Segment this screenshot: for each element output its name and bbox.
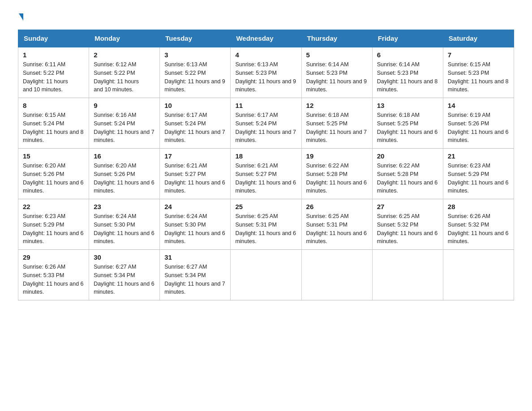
- day-number: 27: [377, 203, 438, 210]
- day-number: 16: [94, 152, 155, 160]
- day-number: 10: [164, 102, 226, 109]
- day-info: Sunrise: 6:21 AMSunset: 5:27 PMDaylight:…: [235, 162, 296, 195]
- calendar-cell: [443, 250, 514, 300]
- day-info: Sunrise: 6:15 AMSunset: 5:24 PMDaylight:…: [23, 111, 84, 145]
- day-info: Sunrise: 6:21 AMSunset: 5:27 PMDaylight:…: [164, 162, 226, 195]
- calendar-week-row: 29 Sunrise: 6:26 AMSunset: 5:33 PMDaylig…: [18, 250, 514, 300]
- day-info: Sunrise: 6:26 AMSunset: 5:32 PMDaylight:…: [448, 212, 509, 246]
- calendar-cell: 13 Sunrise: 6:18 AMSunset: 5:25 PMDaylig…: [372, 98, 443, 149]
- calendar-cell: 3 Sunrise: 6:13 AMSunset: 5:22 PMDayligh…: [160, 47, 231, 98]
- day-info: Sunrise: 6:25 AMSunset: 5:31 PMDaylight:…: [235, 212, 296, 246]
- calendar-week-row: 22 Sunrise: 6:23 AMSunset: 5:29 PMDaylig…: [18, 199, 514, 250]
- day-info: Sunrise: 6:26 AMSunset: 5:33 PMDaylight:…: [23, 263, 84, 296]
- weekday-header-sunday: Sunday: [18, 30, 89, 47]
- day-info: Sunrise: 6:14 AMSunset: 5:23 PMDaylight:…: [377, 60, 438, 94]
- calendar-cell: 25 Sunrise: 6:25 AMSunset: 5:31 PMDaylig…: [231, 199, 301, 250]
- day-info: Sunrise: 6:22 AMSunset: 5:28 PMDaylight:…: [377, 162, 438, 195]
- day-info: Sunrise: 6:15 AMSunset: 5:23 PMDaylight:…: [448, 60, 509, 94]
- day-number: 7: [448, 51, 509, 59]
- calendar-cell: 28 Sunrise: 6:26 AMSunset: 5:32 PMDaylig…: [443, 199, 514, 250]
- weekday-header-monday: Monday: [89, 30, 160, 47]
- calendar-cell: 27 Sunrise: 6:25 AMSunset: 5:32 PMDaylig…: [372, 199, 443, 250]
- day-number: 24: [164, 203, 226, 210]
- calendar-cell: 8 Sunrise: 6:15 AMSunset: 5:24 PMDayligh…: [18, 98, 89, 149]
- day-info: Sunrise: 6:23 AMSunset: 5:29 PMDaylight:…: [448, 162, 509, 195]
- day-number: 13: [377, 102, 438, 109]
- day-info: Sunrise: 6:20 AMSunset: 5:26 PMDaylight:…: [23, 162, 84, 195]
- day-info: Sunrise: 6:23 AMSunset: 5:29 PMDaylight:…: [23, 212, 84, 246]
- day-info: Sunrise: 6:24 AMSunset: 5:30 PMDaylight:…: [94, 212, 155, 246]
- day-info: Sunrise: 6:17 AMSunset: 5:24 PMDaylight:…: [235, 111, 296, 145]
- calendar-cell: 18 Sunrise: 6:21 AMSunset: 5:27 PMDaylig…: [231, 149, 301, 199]
- calendar-cell: 14 Sunrise: 6:19 AMSunset: 5:26 PMDaylig…: [443, 98, 514, 149]
- day-info: Sunrise: 6:27 AMSunset: 5:34 PMDaylight:…: [94, 263, 155, 296]
- calendar-cell: 9 Sunrise: 6:16 AMSunset: 5:24 PMDayligh…: [89, 98, 160, 149]
- calendar-cell: 21 Sunrise: 6:23 AMSunset: 5:29 PMDaylig…: [443, 149, 514, 199]
- calendar-cell: 15 Sunrise: 6:20 AMSunset: 5:26 PMDaylig…: [18, 149, 89, 199]
- day-number: 15: [23, 152, 84, 160]
- day-info: Sunrise: 6:27 AMSunset: 5:34 PMDaylight:…: [164, 263, 226, 296]
- day-info: Sunrise: 6:20 AMSunset: 5:26 PMDaylight:…: [94, 162, 155, 195]
- day-number: 8: [23, 102, 84, 109]
- day-number: 25: [235, 203, 296, 210]
- day-info: Sunrise: 6:13 AMSunset: 5:22 PMDaylight:…: [164, 60, 226, 94]
- logo: [18, 13, 23, 21]
- calendar-cell: 23 Sunrise: 6:24 AMSunset: 5:30 PMDaylig…: [89, 199, 160, 250]
- calendar-cell: 29 Sunrise: 6:26 AMSunset: 5:33 PMDaylig…: [18, 250, 89, 300]
- day-info: Sunrise: 6:25 AMSunset: 5:31 PMDaylight:…: [306, 212, 368, 246]
- calendar-cell: 4 Sunrise: 6:13 AMSunset: 5:23 PMDayligh…: [231, 47, 301, 98]
- logo-triangle-icon: [19, 13, 23, 21]
- calendar-cell: [301, 250, 372, 300]
- day-info: Sunrise: 6:14 AMSunset: 5:23 PMDaylight:…: [306, 60, 368, 94]
- header: [18, 13, 514, 21]
- calendar-cell: 10 Sunrise: 6:17 AMSunset: 5:24 PMDaylig…: [160, 98, 231, 149]
- day-info: Sunrise: 6:12 AMSunset: 5:22 PMDaylight:…: [94, 60, 155, 94]
- day-number: 23: [94, 203, 155, 210]
- day-number: 14: [448, 102, 509, 109]
- day-number: 12: [306, 102, 368, 109]
- calendar-cell: 31 Sunrise: 6:27 AMSunset: 5:34 PMDaylig…: [160, 250, 231, 300]
- day-number: 22: [23, 203, 84, 210]
- calendar-cell: [372, 250, 443, 300]
- day-number: 4: [235, 51, 296, 59]
- weekday-header-saturday: Saturday: [443, 30, 514, 47]
- calendar-week-row: 1 Sunrise: 6:11 AMSunset: 5:22 PMDayligh…: [18, 47, 514, 98]
- day-info: Sunrise: 6:25 AMSunset: 5:32 PMDaylight:…: [377, 212, 438, 246]
- day-number: 21: [448, 152, 509, 160]
- calendar-cell: 6 Sunrise: 6:14 AMSunset: 5:23 PMDayligh…: [372, 47, 443, 98]
- calendar-cell: 11 Sunrise: 6:17 AMSunset: 5:24 PMDaylig…: [231, 98, 301, 149]
- day-number: 26: [306, 203, 368, 210]
- calendar-cell: 1 Sunrise: 6:11 AMSunset: 5:22 PMDayligh…: [18, 47, 89, 98]
- day-info: Sunrise: 6:22 AMSunset: 5:28 PMDaylight:…: [306, 162, 368, 195]
- day-info: Sunrise: 6:19 AMSunset: 5:26 PMDaylight:…: [448, 111, 509, 145]
- day-number: 9: [94, 102, 155, 109]
- calendar-cell: 20 Sunrise: 6:22 AMSunset: 5:28 PMDaylig…: [372, 149, 443, 199]
- calendar-cell: 16 Sunrise: 6:20 AMSunset: 5:26 PMDaylig…: [89, 149, 160, 199]
- calendar-cell: 7 Sunrise: 6:15 AMSunset: 5:23 PMDayligh…: [443, 47, 514, 98]
- calendar-header-row: SundayMondayTuesdayWednesdayThursdayFrid…: [18, 30, 514, 47]
- weekday-header-wednesday: Wednesday: [231, 30, 301, 47]
- day-number: 19: [306, 152, 368, 160]
- calendar-table: SundayMondayTuesdayWednesdayThursdayFrid…: [18, 30, 514, 300]
- calendar-week-row: 8 Sunrise: 6:15 AMSunset: 5:24 PMDayligh…: [18, 98, 514, 149]
- day-info: Sunrise: 6:24 AMSunset: 5:30 PMDaylight:…: [164, 212, 226, 246]
- day-number: 2: [94, 51, 155, 59]
- calendar-cell: 22 Sunrise: 6:23 AMSunset: 5:29 PMDaylig…: [18, 199, 89, 250]
- day-info: Sunrise: 6:18 AMSunset: 5:25 PMDaylight:…: [377, 111, 438, 145]
- day-info: Sunrise: 6:16 AMSunset: 5:24 PMDaylight:…: [94, 111, 155, 145]
- day-number: 3: [164, 51, 226, 59]
- day-number: 30: [94, 253, 155, 261]
- day-number: 11: [235, 102, 296, 109]
- day-info: Sunrise: 6:17 AMSunset: 5:24 PMDaylight:…: [164, 111, 226, 145]
- calendar-cell: 17 Sunrise: 6:21 AMSunset: 5:27 PMDaylig…: [160, 149, 231, 199]
- day-info: Sunrise: 6:18 AMSunset: 5:25 PMDaylight:…: [306, 111, 368, 145]
- calendar-cell: 26 Sunrise: 6:25 AMSunset: 5:31 PMDaylig…: [301, 199, 372, 250]
- day-number: 20: [377, 152, 438, 160]
- day-number: 31: [164, 253, 226, 261]
- day-number: 6: [377, 51, 438, 59]
- day-number: 1: [23, 51, 84, 59]
- calendar-cell: 19 Sunrise: 6:22 AMSunset: 5:28 PMDaylig…: [301, 149, 372, 199]
- calendar-cell: 30 Sunrise: 6:27 AMSunset: 5:34 PMDaylig…: [89, 250, 160, 300]
- calendar-cell: 12 Sunrise: 6:18 AMSunset: 5:25 PMDaylig…: [301, 98, 372, 149]
- day-info: Sunrise: 6:11 AMSunset: 5:22 PMDaylight:…: [23, 60, 84, 94]
